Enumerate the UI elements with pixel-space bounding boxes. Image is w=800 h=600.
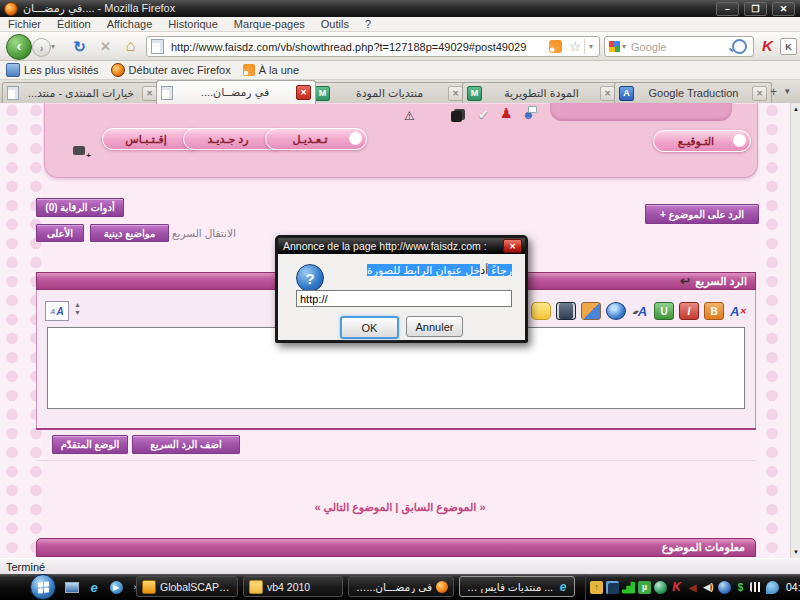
- editor-mode-toggle-icon[interactable]: [45, 301, 69, 321]
- list-all-tabs-icon[interactable]: ▾: [785, 86, 790, 96]
- bluetooth-icon[interactable]: [766, 581, 779, 594]
- close-button[interactable]: ✕: [772, 2, 795, 16]
- network-connections-icon[interactable]: [606, 581, 619, 594]
- url-dropdown-icon[interactable]: [584, 39, 597, 54]
- menu-historique[interactable]: Historique: [160, 18, 226, 30]
- new-tab-button[interactable]: +: [766, 84, 781, 99]
- report-post-icon[interactable]: [404, 110, 415, 122]
- task-internet-explorer[interactable]: ... منتديات فايس أسرة: [459, 576, 575, 597]
- menu-help[interactable]: ?: [357, 18, 379, 30]
- show-desktop-icon[interactable]: [64, 579, 80, 595]
- minimize-button[interactable]: –: [716, 2, 739, 16]
- dialog-url-input[interactable]: [296, 290, 512, 307]
- menu-marque-pages[interactable]: Marque-pages: [226, 18, 313, 30]
- scroll-down-icon[interactable]: ▼: [791, 547, 800, 557]
- warn-user-icon[interactable]: [500, 107, 513, 119]
- post-quick-reply-button[interactable]: اضف الرد السريع: [132, 435, 240, 454]
- approve-icon[interactable]: [478, 109, 489, 121]
- tab-close-icon[interactable]: ✕: [142, 86, 157, 101]
- stop-button[interactable]: [96, 37, 115, 56]
- kaspersky-tray-icon[interactable]: [670, 581, 683, 594]
- dialog-titlebar[interactable]: Annonce de la page http://www.faisdz.com…: [278, 238, 525, 254]
- notification-horn-icon[interactable]: [686, 581, 699, 594]
- tab-forum-options[interactable]: ...خيارات المنتدى - منتد ✕: [2, 82, 162, 103]
- font-size-icon[interactable]: [631, 303, 649, 319]
- italic-icon[interactable]: I: [679, 302, 699, 320]
- tab-mawada-dev[interactable]: المودة التطويرية ✕: [462, 82, 620, 103]
- insert-video-icon[interactable]: [556, 302, 576, 320]
- menu-outils[interactable]: Outils: [313, 18, 357, 30]
- signature-button[interactable]: التـوقيـع: [653, 130, 751, 152]
- media-player-icon[interactable]: [108, 579, 124, 595]
- bookmark-getting-started[interactable]: Débuter avec Firefox: [105, 63, 237, 77]
- messenger-icon[interactable]: [718, 581, 731, 594]
- thread-info-header[interactable]: معلومات الموضوع: [36, 538, 756, 557]
- reply-to-thread-button[interactable]: + الرد على الموضوع: [645, 204, 759, 224]
- network-bars-icon[interactable]: [750, 582, 763, 592]
- tab-close-icon[interactable]: ✕: [296, 85, 311, 100]
- tab-close-icon[interactable]: ✕: [600, 86, 615, 101]
- forward-button[interactable]: [32, 38, 51, 57]
- history-dropdown-icon[interactable]: [51, 42, 55, 51]
- advanced-mode-button[interactable]: الوضع المتقدّم: [52, 435, 128, 454]
- menu-fichier[interactable]: Fichier: [0, 18, 49, 30]
- cancel-button[interactable]: Annuler: [406, 316, 463, 337]
- url-bar[interactable]: [146, 36, 600, 57]
- ok-button[interactable]: OK: [340, 316, 399, 339]
- url-input[interactable]: [169, 40, 545, 54]
- menu-edition[interactable]: Édition: [49, 18, 99, 30]
- bookmark-most-visited[interactable]: Les plus visités: [0, 63, 105, 77]
- ip-flag-icon[interactable]: [451, 111, 462, 122]
- task-firefox[interactable]: في رمضـــان.... - M...: [348, 576, 454, 597]
- kaspersky-virtual-keyboard-button[interactable]: [780, 38, 797, 55]
- search-engine-dropdown-icon[interactable]: [622, 42, 626, 51]
- quick-nav-select[interactable]: مواضيع دينية: [90, 224, 169, 242]
- task-vb4-folder[interactable]: vb4 2010: [243, 576, 343, 597]
- volume-icon[interactable]: [702, 581, 715, 594]
- taskbar-clock[interactable]: 04:36: [786, 581, 800, 593]
- dialog-close-icon[interactable]: ✕: [503, 239, 522, 253]
- start-button[interactable]: [30, 574, 56, 600]
- signal-strength-icon[interactable]: [622, 581, 635, 594]
- scroll-up-icon[interactable]: ▲: [791, 104, 800, 114]
- kaspersky-toolbar-icon[interactable]: [759, 37, 776, 54]
- search-box[interactable]: [604, 36, 754, 57]
- restore-button[interactable]: ❐: [744, 2, 767, 16]
- edit-post-button[interactable]: تـعـديـل: [265, 128, 367, 150]
- moderation-tools-button[interactable]: أدوات الرقابة (0): [36, 198, 124, 217]
- folder-icon: [249, 580, 263, 594]
- tab-google-translate[interactable]: Google Traduction ✕: [614, 82, 772, 103]
- currency-icon[interactable]: [734, 581, 747, 594]
- smilies-icon[interactable]: [531, 302, 551, 320]
- bookmark-star-icon[interactable]: [569, 39, 581, 54]
- status-bar: Terminé: [0, 558, 800, 574]
- task-globalscape[interactable]: GlobalSCAPE - Cut...: [136, 576, 238, 597]
- menu-affichage[interactable]: Affichage: [99, 18, 161, 30]
- reload-button[interactable]: [70, 37, 89, 56]
- underline-icon[interactable]: U: [654, 302, 674, 320]
- tab-ramadan-active[interactable]: ....في رمضــان ✕: [156, 80, 316, 104]
- home-button[interactable]: [121, 36, 140, 55]
- remove-format-icon[interactable]: A: [729, 303, 747, 319]
- download-manager-icon[interactable]: [590, 581, 603, 594]
- bookmark-latest-headlines[interactable]: À la une: [237, 64, 305, 76]
- tab-close-icon[interactable]: ✕: [752, 86, 767, 101]
- multi-quote-icon[interactable]: [73, 146, 85, 155]
- search-icon[interactable]: [732, 39, 747, 54]
- insert-image-icon[interactable]: [581, 302, 601, 320]
- bold-icon[interactable]: B: [704, 302, 724, 320]
- insert-link-icon[interactable]: [606, 302, 626, 320]
- prev-next-links[interactable]: « الموضوع السابق | الموضوع التالي »: [0, 501, 800, 514]
- search-input[interactable]: [629, 40, 732, 54]
- internet-update-icon[interactable]: [654, 581, 667, 594]
- go-to-top-button[interactable]: الأعلى: [36, 224, 84, 242]
- back-button[interactable]: [6, 34, 32, 60]
- utorrent-icon[interactable]: [638, 581, 651, 594]
- rss-feed-icon[interactable]: [549, 40, 562, 53]
- tab-mawada-forums[interactable]: منتديات المودة ✕: [310, 82, 468, 103]
- page-scrollbar[interactable]: ▲ ▼: [790, 103, 800, 558]
- tab-close-icon[interactable]: ✕: [448, 86, 463, 101]
- editor-resize-arrows-icon[interactable]: ▲▼: [74, 301, 81, 317]
- window-titlebar[interactable]: في رمضـــان.... - Mozilla Firefox – ❐ ✕: [0, 0, 800, 17]
- internet-explorer-icon[interactable]: [86, 579, 102, 595]
